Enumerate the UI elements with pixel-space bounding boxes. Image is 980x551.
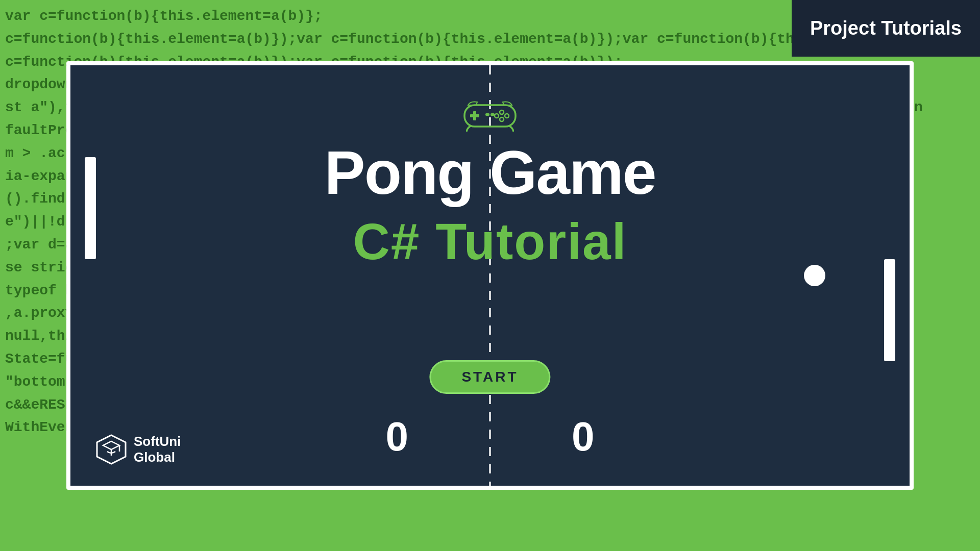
project-tutorials-header: Project Tutorials [792, 0, 980, 57]
logo-text: SoftUni Global [134, 434, 181, 465]
svg-point-3 [500, 110, 504, 114]
title-area: Pong Game C# Tutorial [70, 142, 910, 269]
svg-point-5 [500, 117, 504, 121]
paddle-right [884, 259, 895, 361]
svg-rect-2 [470, 114, 479, 117]
game-title: Pong Game [70, 142, 910, 203]
start-button[interactable]: START [429, 360, 550, 394]
project-tutorials-text: Project Tutorials [810, 17, 962, 39]
logo-line2: Global [134, 449, 175, 465]
controller-area [462, 96, 518, 134]
start-button-wrap: START [429, 360, 550, 394]
logo-area: SoftUni Global [96, 434, 181, 465]
svg-rect-7 [485, 113, 489, 116]
game-subtitle: C# Tutorial [70, 213, 910, 269]
game-card: Pong Game C# Tutorial START 0 0 SoftUni … [66, 61, 914, 490]
svg-marker-10 [103, 441, 119, 449]
logo-line1: SoftUni [134, 434, 181, 449]
svg-point-4 [505, 114, 509, 118]
softuni-logo-icon [96, 434, 127, 465]
svg-rect-8 [491, 113, 495, 116]
svg-point-6 [495, 114, 499, 118]
scores: 0 0 [70, 413, 910, 460]
controller-icon [462, 96, 518, 132]
score-right: 0 [572, 413, 595, 460]
score-left: 0 [386, 413, 409, 460]
